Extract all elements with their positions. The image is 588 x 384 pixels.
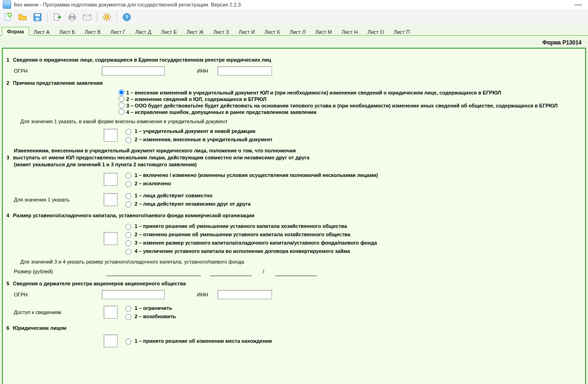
print-icon[interactable] xyxy=(67,12,77,22)
capital-size-b[interactable] xyxy=(275,267,317,276)
powers-mode-radio-1[interactable]: 1 – лица действуют совместно xyxy=(123,192,251,199)
reason-hint-1: Для значения 1 указать, в какой форме вн… xyxy=(20,119,582,124)
toolbar-separator xyxy=(117,12,117,22)
tab-list-p[interactable]: Лист П xyxy=(389,27,415,36)
window-title: Без имени - Программа подготовки докумен… xyxy=(14,2,571,7)
sheet-tabs: Форма Лист А Лист Б Лист В Лист Г Лист Д… xyxy=(0,25,588,36)
tab-list-d[interactable]: Лист Д xyxy=(130,27,156,36)
capital-size-main[interactable] xyxy=(106,267,201,276)
section-6-title: 6Юридическим лицом xyxy=(6,325,582,331)
tab-list-g[interactable]: Лист Г xyxy=(105,27,131,36)
section-4-title: 4Размер уставного/складочного капитала, … xyxy=(6,213,582,218)
svg-text:?: ? xyxy=(125,14,129,20)
capital-slash: / xyxy=(261,269,266,274)
holder-ogrn-label: ОГРН xyxy=(14,292,37,297)
capital-hint: Для значений 3 и 4 указать размер уставн… xyxy=(20,259,582,264)
tab-list-k[interactable]: Лист К xyxy=(260,27,285,36)
amend-form-radio-2[interactable]: 2 – изменения, внесенные в учредительный… xyxy=(123,136,272,143)
inn-input[interactable] xyxy=(217,66,272,76)
powers-mode-radio-2[interactable]: 2 – лица действуют независимо друг от др… xyxy=(123,200,251,208)
access-label: Доступ к сведениям xyxy=(14,309,104,315)
gear-icon[interactable] xyxy=(102,12,112,22)
inn-label: ИНН xyxy=(197,68,208,74)
amend-form-radio-1[interactable]: 1 – учредительный документ в новой редак… xyxy=(123,127,272,135)
access-radio-1[interactable]: 1 – ограничить xyxy=(123,304,176,312)
powers-hint: Для значения 1 указать xyxy=(14,197,104,202)
legal-box[interactable] xyxy=(104,334,118,347)
ogrn-input[interactable] xyxy=(102,66,165,76)
capital-radio-2[interactable]: 2 – отменено решение об уменьшении устав… xyxy=(123,231,377,238)
powers-box[interactable] xyxy=(104,173,118,186)
tab-list-e[interactable]: Лист Е xyxy=(156,27,182,36)
powers-radio-1[interactable]: 1 – включено / изменено (изменены услови… xyxy=(123,171,378,179)
form-number-title: Форма Р13014 xyxy=(2,38,586,48)
section-2-title: 2Причина представления заявления xyxy=(6,80,582,86)
new-doc-icon[interactable] xyxy=(3,12,13,22)
capital-size-a[interactable] xyxy=(210,267,252,276)
toolbar: ? xyxy=(0,9,588,25)
access-radio-2[interactable]: 2 – возобновить xyxy=(123,313,176,320)
window-titlebar: Без имени - Программа подготовки докумен… xyxy=(0,0,588,9)
tab-list-z[interactable]: Лист З xyxy=(208,27,234,36)
reason-radio-3[interactable]: 3 – ООО будет действовать/не будет дейст… xyxy=(118,102,582,108)
tab-forma[interactable]: Форма xyxy=(2,27,29,36)
save-disk-icon[interactable] xyxy=(32,12,43,22)
tab-list-b[interactable]: Лист Б xyxy=(54,27,80,36)
access-box[interactable] xyxy=(104,306,118,319)
holder-ogrn-input[interactable] xyxy=(102,290,165,299)
form-body: 1Сведения о юридическом лице, содержащие… xyxy=(2,48,586,384)
tab-list-a[interactable]: Лист А xyxy=(29,27,55,36)
tab-list-n[interactable]: Лист Н xyxy=(337,27,363,36)
svg-point-10 xyxy=(105,15,109,19)
capital-radio-4[interactable]: 4 – увеличение уставного капитала во исп… xyxy=(123,247,377,255)
tab-list-l[interactable]: Лист Л xyxy=(285,27,310,36)
holder-inn-input[interactable] xyxy=(217,290,272,299)
open-folder-icon[interactable] xyxy=(18,12,28,22)
capital-size-label: Размер (рублей) xyxy=(14,269,97,274)
capital-radio-1[interactable]: 1 – принято решение об уменьшении уставн… xyxy=(123,222,377,230)
capital-box[interactable] xyxy=(104,232,118,245)
tab-list-v[interactable]: Лист В xyxy=(80,27,105,36)
mail-icon[interactable] xyxy=(82,12,92,22)
tab-list-zh[interactable]: Лист Ж xyxy=(181,27,209,36)
section-3-para: Изменениями, внесенными в учредительный … xyxy=(14,147,582,168)
minimize-button[interactable]: — xyxy=(571,0,585,9)
svg-rect-4 xyxy=(36,18,39,20)
powers-radio-2[interactable]: 2 – исключено xyxy=(123,180,378,187)
ogrn-label: ОГРН xyxy=(14,68,37,74)
powers-mode-box[interactable] xyxy=(104,193,118,206)
section-5-title: 5Сведения о держателе реестра акционеров… xyxy=(6,281,582,286)
toolbar-separator xyxy=(97,12,97,22)
svg-rect-3 xyxy=(35,14,40,16)
toolbar-separator xyxy=(47,12,48,22)
tab-list-o[interactable]: Лист О xyxy=(362,27,389,36)
holder-inn-label: ИНН xyxy=(197,292,208,297)
legal-radio-1[interactable]: 1 – принято решение об изменении места н… xyxy=(123,337,272,345)
tab-list-m[interactable]: Лист М xyxy=(310,27,337,36)
amend-form-box[interactable] xyxy=(104,129,118,142)
tab-list-i[interactable]: Лист И xyxy=(234,27,260,36)
capital-radio-3[interactable]: 3 – изменен размер уставного капитала/ск… xyxy=(123,239,377,246)
reason-radio-2[interactable]: 2 – изменение сведений о ЮЛ, содержащихс… xyxy=(118,96,582,102)
app-icon xyxy=(3,0,11,9)
help-icon[interactable]: ? xyxy=(122,12,132,22)
reason-radio-1[interactable]: 1 – внесение изменений в учредительный д… xyxy=(118,89,582,95)
section-1-title: 1Сведения о юридическом лице, содержащие… xyxy=(6,57,582,63)
export-icon[interactable] xyxy=(52,12,62,22)
svg-rect-7 xyxy=(70,14,74,16)
svg-rect-8 xyxy=(70,18,74,20)
reason-radio-4[interactable]: 4 – исправление ошибок, допущенных в ран… xyxy=(118,109,582,115)
